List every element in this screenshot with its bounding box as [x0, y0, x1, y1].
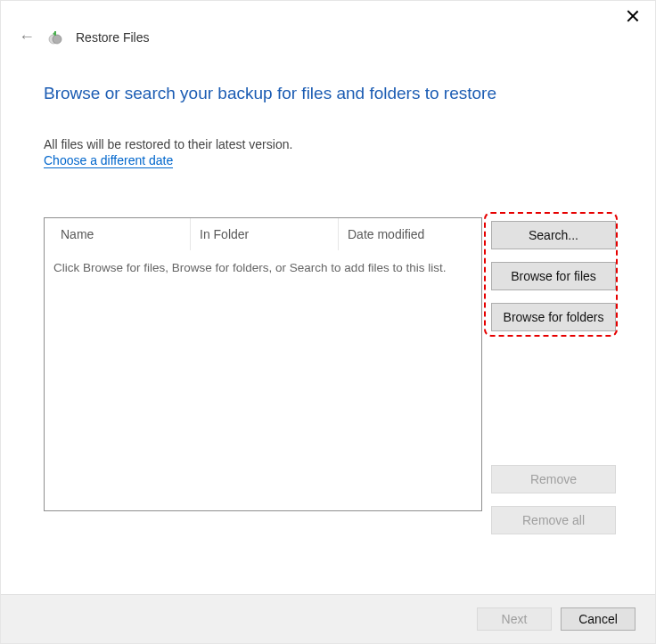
browse-files-button[interactable]: Browse for files [491, 262, 616, 290]
choose-date-link[interactable]: Choose a different date [44, 153, 173, 168]
footer: Next Cancel [1, 594, 655, 643]
wizard-header: ← Restore Files [1, 22, 655, 48]
browse-folders-button[interactable]: Browse for folders [491, 303, 616, 331]
column-name[interactable]: Name [45, 218, 191, 250]
column-date[interactable]: Date modified [339, 218, 481, 250]
page-heading: Browse or search your backup for files a… [44, 84, 616, 103]
content-area: Browse or search your backup for files a… [1, 48, 655, 594]
cancel-button[interactable]: Cancel [561, 607, 636, 631]
main-area: Name In Folder Date modified Click Brows… [44, 217, 616, 534]
window-title: Restore Files [76, 30, 149, 45]
search-button[interactable]: Search... [491, 221, 616, 249]
back-arrow-icon[interactable]: ← [19, 28, 35, 46]
column-folder[interactable]: In Folder [191, 218, 339, 250]
remove-button: Remove [491, 465, 616, 493]
subtext: All files will be restored to their late… [44, 137, 616, 151]
restore-files-dialog: ← Restore Files Browse or search your ba… [0, 0, 656, 644]
remove-all-button: Remove all [491, 506, 616, 534]
file-list[interactable]: Name In Folder Date modified Click Brows… [44, 217, 482, 511]
titlebar [1, 1, 655, 22]
svg-point-1 [53, 35, 62, 44]
next-button: Next [477, 607, 552, 631]
restore-icon [47, 29, 63, 45]
empty-list-text: Click Browse for files, Browse for folde… [45, 250, 481, 274]
sidebar-buttons: Search... Browse for files Browse for fo… [491, 217, 616, 534]
list-header: Name In Folder Date modified [45, 218, 481, 250]
close-icon[interactable] [627, 10, 639, 22]
